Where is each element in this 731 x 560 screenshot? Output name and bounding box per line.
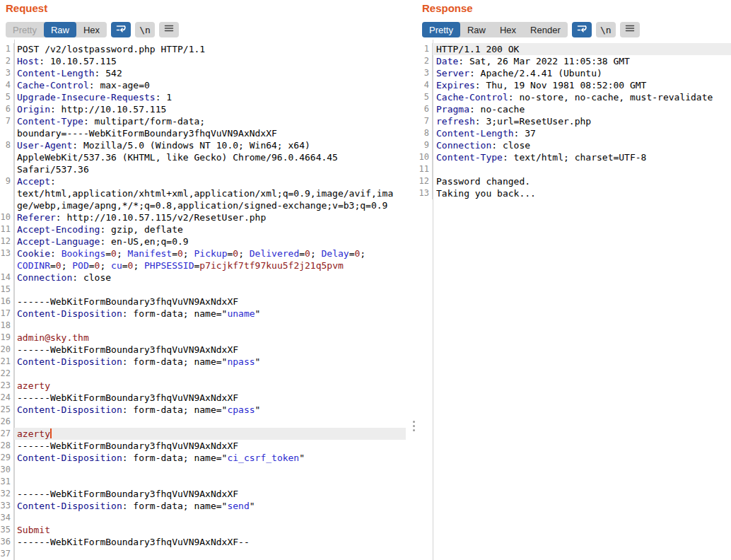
wrap-lines-button[interactable] [111, 22, 131, 37]
request-line-content[interactable]: Content-Type: multipart/form-data; [14, 115, 406, 127]
request-line-content[interactable]: Accept: [14, 175, 406, 187]
request-line-content[interactable]: Safari/537.36 [14, 163, 406, 175]
request-line-content[interactable]: ge/webp,image/apng,*/*;q=0.8,application… [14, 199, 406, 211]
request-line-15: 15 [0, 284, 416, 296]
panel-resize-grip[interactable] [411, 419, 416, 433]
response-tab-hex[interactable]: Hex [493, 22, 523, 37]
request-line-content[interactable]: text/html,application/xhtml+xml,applicat… [14, 187, 406, 199]
request-line-content[interactable]: CODINR=0; POD=0; cu=0; PHPSESSID=p7icjkf… [14, 259, 406, 272]
request-line-content[interactable]: ------WebKitFormBoundary3fhqVuVN9AxNdxXF [14, 440, 406, 452]
request-tab-pretty[interactable]: Pretty [6, 22, 44, 37]
editor-menu-button[interactable] [620, 22, 640, 37]
request-tab-hex[interactable]: Hex [76, 22, 107, 37]
request-line-content[interactable]: Cookie: Bookings=0; Manifest=0; Pickup=0… [14, 247, 406, 259]
request-line-content[interactable]: azerty [14, 380, 406, 392]
request-line-content[interactable]: AppleWebKit/537.36 (KHTML, like Gecko) C… [14, 151, 406, 163]
request-line-content[interactable]: Submit [14, 524, 406, 536]
request-editor[interactable]: 1POST /v2/lostpassword.php HTTP/1.12Host… [0, 43, 416, 560]
response-line-content[interactable]: Password changed. [433, 175, 731, 187]
line-number: 34 [0, 512, 14, 524]
response-line-content[interactable]: Connection: close [433, 139, 731, 151]
response-tab-pretty[interactable]: Pretty [422, 22, 460, 37]
line-number: 30 [0, 464, 14, 476]
request-line-content[interactable]: ------WebKitFormBoundary3fhqVuVN9AxNdxXF [14, 392, 406, 404]
response-tab-raw[interactable]: Raw [460, 22, 493, 37]
request-line-22: 22 [0, 368, 416, 380]
response-line-content[interactable] [433, 163, 731, 175]
response-line-content[interactable]: Expires: Thu, 19 Nov 1981 08:52:00 GMT [433, 79, 731, 91]
request-line-content[interactable]: Content-Disposition: form-data; name="cp… [14, 404, 406, 416]
request-line-content[interactable]: azerty [14, 428, 406, 440]
request-line-content[interactable]: Upgrade-Insecure-Requests: 1 [14, 91, 406, 103]
request-line-content[interactable]: Content-Length: 542 [14, 67, 406, 79]
response-line-content[interactable]: Content-Type: text/html; charset=UTF-8 [433, 151, 731, 163]
line-number: 36 [0, 536, 14, 548]
response-line-9: 9Connection: close [416, 139, 731, 151]
request-line-content[interactable]: Host: 10.10.57.115 [14, 55, 406, 67]
request-line-content[interactable]: Content-Disposition: form-data; name="ci… [14, 452, 406, 464]
request-line-13: 13Cookie: Bookings=0; Manifest=0; Pickup… [0, 247, 416, 259]
request-line-content[interactable]: Cache-Control: max-age=0 [14, 79, 406, 91]
request-line-23: 23azerty [0, 380, 416, 392]
request-line-content[interactable]: Content-Disposition: form-data; name="se… [14, 500, 406, 512]
response-line-content[interactable]: Date: Sat, 26 Mar 2022 11:05:38 GMT [433, 55, 731, 67]
request-line-content[interactable]: POST /v2/lostpassword.php HTTP/1.1 [14, 43, 406, 55]
request-line-content[interactable]: ------WebKitFormBoundary3fhqVuVN9AxNdxXF [14, 344, 406, 356]
response-line-content[interactable]: Content-Length: 37 [433, 127, 731, 139]
response-line-6: 6Pragma: no-cache [416, 103, 731, 115]
request-line-content[interactable]: ------WebKitFormBoundary3fhqVuVN9AxNdxXF [14, 488, 406, 500]
line-number: 20 [0, 344, 14, 356]
line-number: 32 [0, 488, 14, 500]
request-line-content[interactable] [14, 512, 406, 524]
line-number: 12 [416, 175, 433, 187]
request-line-content[interactable] [14, 320, 406, 332]
request-line-33: 33Content-Disposition: form-data; name="… [0, 500, 416, 512]
request-line-content[interactable] [14, 416, 406, 428]
line-number [0, 163, 14, 175]
request-line-content[interactable] [14, 368, 406, 380]
request-line-content[interactable]: admin@sky.thm [14, 332, 406, 344]
request-line-content[interactable] [14, 464, 406, 476]
request-line-content[interactable]: Connection: close [14, 272, 406, 284]
newline-glyph: \n [139, 25, 151, 35]
wrap-lines-button[interactable] [572, 22, 592, 37]
request-line-content[interactable]: boundary=----WebKitFormBoundary3fhqVuVN9… [14, 127, 406, 139]
request-line-content[interactable]: Referer: http://10.10.57.115/v2/ResetUse… [14, 211, 406, 223]
response-line-content[interactable]: HTTP/1.1 200 OK [433, 43, 731, 55]
response-line-content[interactable]: Cache-Control: no-store, no-cache, must-… [433, 91, 731, 103]
response-line-10: 10Content-Type: text/html; charset=UTF-8 [416, 151, 731, 163]
line-number: 14 [0, 272, 14, 284]
request-line-content[interactable]: User-Agent: Mozilla/5.0 (Windows NT 10.0… [14, 139, 406, 151]
request-line-content[interactable]: Content-Disposition: form-data; name="np… [14, 356, 406, 368]
request-line-5: 5Upgrade-Insecure-Requests: 1 [0, 91, 416, 103]
request-line-16: 16------WebKitFormBoundary3fhqVuVN9AxNdx… [0, 296, 416, 308]
line-number: 27 [0, 428, 14, 440]
response-line-content[interactable]: refresh: 3;url=ResetUser.php [433, 115, 731, 127]
request-panel-title: Request [6, 2, 47, 14]
request-tabbar: PrettyRawHex \n [6, 22, 179, 37]
line-number: 22 [0, 368, 14, 380]
request-line-content[interactable] [14, 284, 406, 296]
request-line-content[interactable]: Content-Disposition: form-data; name="un… [14, 308, 406, 320]
response-line-content[interactable]: Pragma: no-cache [433, 103, 731, 115]
response-line-content[interactable]: Server: Apache/2.4.41 (Ubuntu) [433, 67, 731, 79]
request-line-content[interactable]: Accept-Encoding: gzip, deflate [14, 223, 406, 235]
request-line-content[interactable]: Accept-Language: en-US,en;q=0.9 [14, 235, 406, 247]
text-cursor [50, 428, 52, 438]
request-line-content[interactable] [14, 476, 406, 488]
show-newlines-button[interactable]: \n [596, 22, 616, 37]
request-line-content[interactable]: ------WebKitFormBoundary3fhqVuVN9AxNdxXF [14, 296, 406, 308]
line-number [0, 259, 14, 272]
request-line-10: 10Referer: http://10.10.57.115/v2/ResetU… [0, 211, 416, 223]
request-line-content[interactable]: ------WebKitFormBoundary3fhqVuVN9AxNdxXF… [14, 536, 406, 548]
line-number: 11 [416, 163, 433, 175]
request-line-20: 20------WebKitFormBoundary3fhqVuVN9AxNdx… [0, 344, 416, 356]
show-newlines-button[interactable]: \n [135, 22, 155, 37]
response-viewer[interactable]: 1HTTP/1.1 200 OK2Date: Sat, 26 Mar 2022 … [416, 43, 731, 199]
request-tab-raw[interactable]: Raw [44, 22, 76, 37]
editor-menu-button[interactable] [159, 22, 179, 37]
response-line-content[interactable]: Taking you back... [433, 187, 731, 199]
response-tab-render[interactable]: Render [523, 22, 568, 37]
request-line-content[interactable] [14, 548, 406, 560]
request-line-content[interactable]: Origin: http://10.10.57.115 [14, 103, 406, 115]
